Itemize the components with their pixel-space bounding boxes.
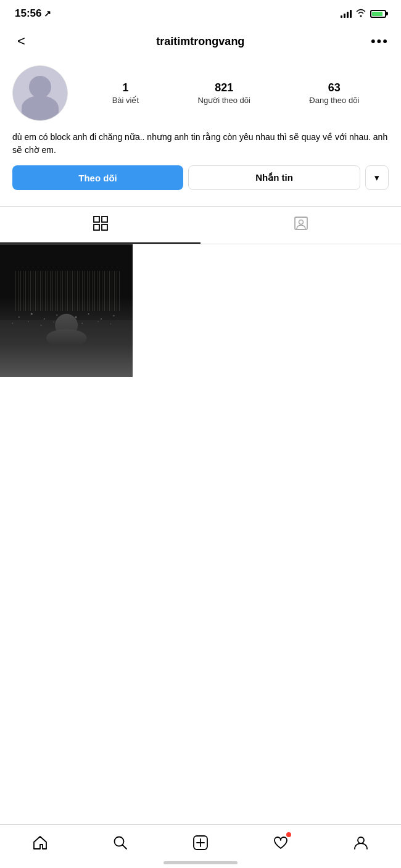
svg-line-30 — [123, 845, 127, 849]
nav-search[interactable] — [100, 832, 141, 856]
add-icon — [192, 835, 209, 853]
svg-point-19 — [28, 321, 29, 322]
svg-rect-27 — [57, 333, 76, 346]
posts-stat[interactable]: 1 Bài viết — [112, 81, 139, 105]
svg-rect-25 — [51, 333, 82, 368]
tab-grid[interactable] — [0, 207, 200, 244]
bio-text: dù em có block anh đi chăng nữa.. nhưng … — [12, 131, 389, 157]
profile-section: 1 Bài viết 821 Người theo dõi 63 Đang th… — [0, 58, 401, 202]
person-tag-icon — [293, 215, 309, 235]
svg-point-26 — [55, 314, 78, 337]
grid-icon — [93, 215, 109, 235]
tab-tagged[interactable] — [200, 207, 401, 244]
following-label: Đang theo dõi — [309, 96, 359, 105]
home-indicator — [163, 861, 238, 864]
heart-icon — [273, 835, 289, 853]
followers-count: 821 — [215, 81, 233, 94]
username-label: traitimtrongvang — [156, 35, 244, 48]
svg-point-24 — [110, 323, 112, 324]
svg-point-16 — [101, 318, 102, 320]
chevron-down-icon: ▾ — [374, 172, 379, 183]
post-grid — [0, 244, 401, 377]
back-button[interactable]: < — [12, 31, 30, 52]
profile-icon — [353, 835, 369, 853]
svg-rect-0 — [94, 217, 99, 222]
location-icon: ↗ — [44, 9, 51, 19]
svg-point-18 — [12, 323, 14, 324]
status-bar: 15:56 ↗ — [0, 0, 401, 25]
battery-icon — [370, 10, 386, 18]
more-options-button[interactable]: ••• — [371, 33, 389, 49]
nav-add[interactable] — [180, 832, 221, 856]
posts-label: Bài viết — [112, 96, 139, 105]
svg-point-13 — [56, 315, 57, 316]
svg-rect-2 — [94, 225, 99, 230]
likes-badge — [286, 832, 291, 837]
svg-point-10 — [19, 316, 20, 318]
svg-point-14 — [75, 316, 77, 318]
avatar-silhouette — [13, 66, 67, 120]
post-photo-1 — [0, 244, 133, 377]
svg-point-34 — [358, 837, 364, 843]
svg-point-21 — [53, 321, 54, 323]
nav-profile[interactable] — [341, 832, 381, 856]
search-icon — [112, 835, 128, 853]
svg-rect-3 — [102, 225, 107, 230]
svg-point-5 — [299, 220, 303, 225]
followers-stat[interactable]: 821 Người theo dõi — [198, 81, 250, 105]
svg-point-17 — [114, 315, 115, 316]
battery-fill — [372, 12, 382, 16]
svg-point-22 — [81, 323, 83, 324]
tabs-container — [0, 206, 401, 244]
svg-point-15 — [88, 313, 89, 315]
action-buttons: Theo dõi Nhắn tin ▾ — [12, 165, 389, 190]
avatar — [12, 65, 68, 121]
nav-likes[interactable] — [260, 832, 301, 856]
avatar-body — [22, 96, 59, 120]
svg-rect-6 — [0, 244, 133, 377]
signal-bars — [341, 9, 352, 18]
nav-home[interactable] — [20, 832, 60, 856]
wifi-icon — [355, 9, 366, 19]
content-area — [0, 377, 401, 747]
svg-line-9 — [67, 326, 133, 377]
svg-point-11 — [31, 313, 33, 315]
follow-button[interactable]: Theo dõi — [12, 165, 183, 190]
following-count: 63 — [328, 81, 341, 94]
status-icons — [341, 9, 386, 19]
post-item[interactable] — [0, 244, 133, 377]
svg-point-20 — [41, 324, 42, 326]
profile-top-row: 1 Bài viết 821 Người theo dõi 63 Đang th… — [12, 65, 389, 121]
following-stat[interactable]: 63 Đang theo dõi — [309, 81, 359, 105]
message-button[interactable]: Nhắn tin — [188, 165, 360, 190]
followers-label: Người theo dõi — [198, 96, 250, 105]
svg-point-28 — [46, 329, 87, 347]
avatar-head — [29, 76, 51, 98]
status-time: 15:56 ↗ — [15, 7, 51, 20]
home-icon — [32, 835, 48, 853]
stats-container: 1 Bài viết 821 Người theo dõi 63 Đang th… — [83, 81, 389, 105]
dropdown-button[interactable]: ▾ — [365, 165, 389, 190]
svg-rect-1 — [102, 217, 107, 222]
posts-count: 1 — [122, 81, 128, 94]
svg-line-8 — [0, 326, 67, 377]
svg-rect-7 — [0, 320, 133, 377]
svg-point-12 — [44, 318, 45, 320]
svg-point-23 — [97, 321, 99, 322]
header: < traitimtrongvang ••• — [0, 25, 401, 58]
